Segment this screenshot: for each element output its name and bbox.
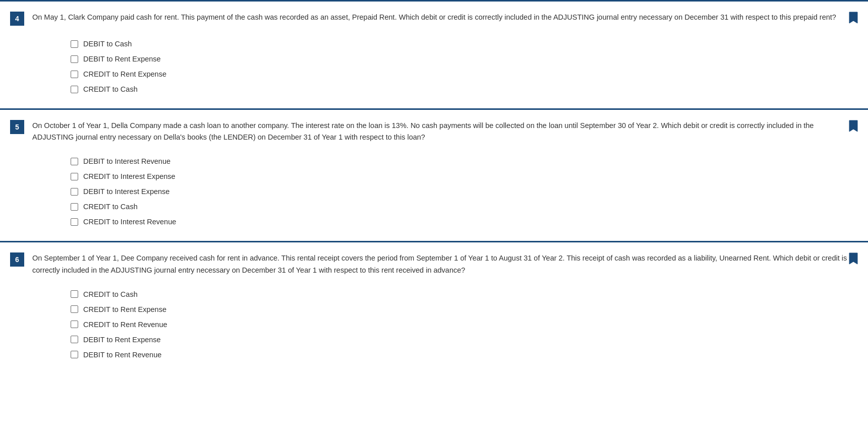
option-label-5-2: DEBIT to Interest Expense: [83, 187, 169, 196]
option-label-6-0: CREDIT to Cash: [83, 290, 138, 298]
option-item-6-0: CREDIT to Cash: [71, 290, 848, 298]
option-checkbox-4-3[interactable]: [71, 86, 78, 93]
option-label-4-1: DEBIT to Rent Expense: [83, 55, 161, 63]
option-checkbox-5-4[interactable]: [71, 218, 78, 226]
option-label-6-2: CREDIT to Rent Revenue: [83, 321, 167, 329]
bookmark-icon[interactable]: [849, 120, 858, 135]
option-item-5-0: DEBIT to Interest Revenue: [71, 157, 848, 165]
question-block-5: 5On October 1 of Year 1, Della Company m…: [0, 108, 868, 241]
option-item-5-1: CREDIT to Interest Expense: [71, 172, 848, 180]
question-text-5: On October 1 of Year 1, Della Company ma…: [32, 120, 848, 143]
option-item-6-1: CREDIT to Rent Expense: [71, 305, 848, 313]
question-header-6: 6On September 1 of Year 1, Dee Company r…: [10, 252, 848, 276]
question-text-4: On May 1, Clark Company paid cash for re…: [32, 12, 848, 23]
option-item-5-2: DEBIT to Interest Expense: [71, 187, 848, 196]
option-label-5-3: CREDIT to Cash: [83, 203, 138, 211]
option-item-6-2: CREDIT to Rent Revenue: [71, 321, 848, 329]
options-list-5: DEBIT to Interest RevenueCREDIT to Inter…: [10, 155, 848, 226]
question-number-6: 6: [10, 252, 24, 267]
option-label-6-3: DEBIT to Rent Expense: [83, 336, 161, 344]
option-checkbox-5-0[interactable]: [71, 158, 78, 165]
option-checkbox-6-4[interactable]: [71, 351, 78, 358]
option-label-4-3: CREDIT to Cash: [83, 85, 138, 93]
option-item-4-3: CREDIT to Cash: [71, 85, 848, 93]
question-header-4: 4On May 1, Clark Company paid cash for r…: [10, 12, 848, 26]
option-item-5-4: CREDIT to Interest Revenue: [71, 218, 848, 226]
option-checkbox-6-3[interactable]: [71, 336, 78, 343]
option-label-5-0: DEBIT to Interest Revenue: [83, 157, 170, 165]
option-label-4-0: DEBIT to Cash: [83, 40, 132, 48]
option-item-6-3: DEBIT to Rent Expense: [71, 336, 848, 344]
option-checkbox-5-2[interactable]: [71, 188, 78, 196]
question-block-4: 4On May 1, Clark Company paid cash for r…: [0, 0, 868, 108]
option-label-4-2: CREDIT to Rent Expense: [83, 70, 166, 78]
page-container: 4On May 1, Clark Company paid cash for r…: [0, 0, 868, 374]
question-header-5: 5On October 1 of Year 1, Della Company m…: [10, 120, 848, 143]
bookmark-icon[interactable]: [849, 252, 858, 267]
question-number-4: 4: [10, 12, 24, 26]
options-list-6: CREDIT to CashCREDIT to Rent ExpenseCRED…: [10, 288, 848, 359]
option-item-5-3: CREDIT to Cash: [71, 203, 848, 211]
option-label-5-1: CREDIT to Interest Expense: [83, 172, 176, 180]
option-checkbox-4-1[interactable]: [71, 55, 78, 63]
option-item-4-0: DEBIT to Cash: [71, 40, 848, 48]
option-label-6-1: CREDIT to Rent Expense: [83, 305, 166, 313]
option-checkbox-4-0[interactable]: [71, 40, 78, 48]
options-list-4: DEBIT to CashDEBIT to Rent ExpenseCREDIT…: [10, 38, 848, 93]
option-label-5-4: CREDIT to Interest Revenue: [83, 218, 176, 226]
question-number-5: 5: [10, 120, 24, 134]
option-checkbox-6-2[interactable]: [71, 321, 78, 328]
question-block-6: 6On September 1 of Year 1, Dee Company r…: [0, 241, 868, 373]
bookmark-icon[interactable]: [849, 12, 858, 26]
option-item-6-4: DEBIT to Rent Revenue: [71, 351, 848, 359]
option-label-6-4: DEBIT to Rent Revenue: [83, 351, 161, 359]
option-checkbox-6-1[interactable]: [71, 305, 78, 313]
option-checkbox-6-0[interactable]: [71, 290, 78, 298]
option-item-4-1: DEBIT to Rent Expense: [71, 55, 848, 63]
option-checkbox-5-3[interactable]: [71, 203, 78, 211]
option-checkbox-4-2[interactable]: [71, 71, 78, 78]
option-item-4-2: CREDIT to Rent Expense: [71, 70, 848, 78]
option-checkbox-5-1[interactable]: [71, 173, 78, 180]
question-text-6: On September 1 of Year 1, Dee Company re…: [32, 252, 848, 276]
